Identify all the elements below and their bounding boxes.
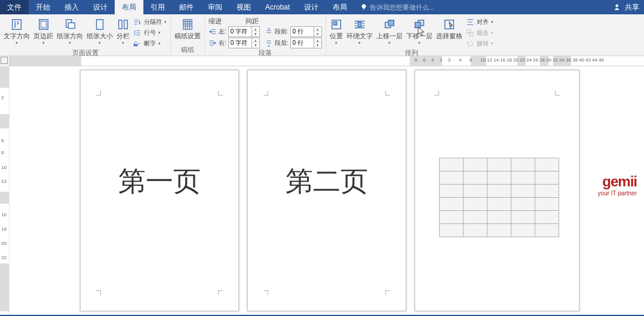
align-icon <box>466 18 474 26</box>
svg-rect-3 <box>41 22 46 28</box>
page-2[interactable]: 第二页 <box>247 70 406 311</box>
spacing-before-spinner[interactable]: ▲▼ <box>290 26 322 37</box>
svg-rect-5 <box>68 23 75 28</box>
page-canvas[interactable]: 第一页 ⋅ 第二页 ⋅ ⋅⋅⋅⋅⋅ ⋅⋅⋅⋅⋅ ⋅⋅⋅⋅⋅ ⋅⋅⋅⋅⋅ ⋅⋅⋅⋅… <box>10 66 644 315</box>
page-3[interactable]: ⋅ ⋅⋅⋅⋅⋅ ⋅⋅⋅⋅⋅ ⋅⋅⋅⋅⋅ ⋅⋅⋅⋅⋅ ⋅⋅⋅⋅⋅ ⋅⋅⋅⋅⋅ ⋅ <box>415 70 579 311</box>
tab-mail[interactable]: 邮件 <box>172 0 201 14</box>
group-button[interactable]: 组合▾ <box>466 27 493 38</box>
rotate-icon <box>466 39 474 48</box>
orientation-icon <box>63 18 76 31</box>
tab-acrobat[interactable]: Acrobat <box>258 0 297 14</box>
draft-settings-button[interactable]: 稿纸设置 <box>174 16 201 39</box>
spacing-after-input[interactable] <box>291 40 314 47</box>
spacing-before-icon <box>265 27 273 36</box>
spin-down[interactable]: ▼ <box>252 32 259 36</box>
tab-strip: 文件 开始 插入 设计 布局 引用 邮件 审阅 视图 Acrobat 设计 布局… <box>0 0 644 14</box>
indent-left-spinner[interactable]: ▲▼ <box>228 26 260 37</box>
spacing-after-spinner[interactable]: ▲▼ <box>290 38 322 48</box>
position-icon <box>330 18 343 31</box>
tell-me-search[interactable]: 告诉我您想要做什么... <box>360 0 434 14</box>
logo-tagline: your IT partner <box>598 190 637 197</box>
tell-me-label: 告诉我您想要做什么... <box>370 3 434 12</box>
page-3-table[interactable]: ⋅⋅⋅⋅⋅ ⋅⋅⋅⋅⋅ ⋅⋅⋅⋅⋅ ⋅⋅⋅⋅⋅ ⋅⋅⋅⋅⋅ ⋅⋅⋅⋅⋅ <box>439 158 559 237</box>
indent-left-icon <box>208 27 217 36</box>
send-backward-button[interactable]: 下移一层▾ <box>406 16 433 45</box>
tab-selector[interactable] <box>1 57 8 64</box>
spacing-after-icon <box>265 39 273 47</box>
indent-right-spinner[interactable]: ▲▼ <box>228 38 260 48</box>
group-page-setup: 文字方向▾ 页边距▾ 纸张方向▾ 纸张大小▾ 分栏▾ 分隔符▾ <box>0 14 171 56</box>
group-icon <box>466 29 474 37</box>
spacing-before-input[interactable] <box>291 29 314 35</box>
line-numbers-button[interactable]: 行号▾ <box>133 27 167 38</box>
share-label: 共享 <box>625 2 639 13</box>
selection-icon <box>443 18 456 31</box>
indent-heading: 缩进 <box>208 17 222 26</box>
group-draft: 稿纸设置 稿纸 <box>171 14 205 56</box>
rotate-button[interactable]: 旋转▾ <box>466 38 493 48</box>
group-arrange: 位置▾ 环绕文字▾ 上移一层▾ 下移一层▾ 选择窗格 对齐▾ <box>326 14 497 56</box>
document-area: 2 6 8 10 12 16 18 20 22 第一页 ⋅ 第二页 <box>0 66 644 315</box>
hyphenation-button[interactable]: bc 断字▾ <box>133 38 167 48</box>
tab-review[interactable]: 审阅 <box>201 0 229 14</box>
svg-rect-13 <box>358 22 361 26</box>
spin-up[interactable]: ▲ <box>252 27 259 32</box>
svg-rect-12 <box>333 22 337 25</box>
share-button[interactable]: 共享 <box>614 0 639 14</box>
svg-rect-20 <box>470 32 473 36</box>
text-direction-button[interactable]: 文字方向▾ <box>4 16 30 45</box>
hyphenation-icon: bc <box>133 39 142 48</box>
svg-rect-8 <box>124 20 128 29</box>
orientation-button[interactable]: 纸张方向▾ <box>57 16 83 45</box>
lightbulb-icon <box>360 4 367 11</box>
svg-rect-18 <box>444 20 453 29</box>
breaks-button[interactable]: 分隔符▾ <box>133 17 167 27</box>
indent-right-input[interactable] <box>229 40 252 47</box>
draft-icon <box>181 18 194 31</box>
svg-rect-19 <box>467 29 470 33</box>
tab-references[interactable]: 引用 <box>143 0 172 14</box>
size-button[interactable]: 纸张大小▾ <box>87 16 113 45</box>
breaks-icon <box>133 18 142 26</box>
svg-point-0 <box>615 4 618 7</box>
size-icon <box>93 18 106 31</box>
vertical-ruler[interactable]: 2 6 8 10 12 16 18 20 22 <box>0 66 10 315</box>
group-label-draft: 稿纸 <box>174 45 201 56</box>
tab-home[interactable]: 开始 <box>29 0 57 14</box>
text-direction-icon <box>10 18 23 31</box>
wrap-text-button[interactable]: 环绕文字▾ <box>346 16 373 45</box>
page-1-content: 第一页 <box>81 163 238 200</box>
svg-text:bc: bc <box>134 42 137 47</box>
horizontal-ruler[interactable]: 8642246101214161820222426283032343638404… <box>0 56 644 66</box>
indent-left-input[interactable] <box>229 29 252 35</box>
page-1[interactable]: 第一页 ⋅ <box>80 70 239 311</box>
tab-table-design[interactable]: 设计 <box>297 0 326 14</box>
tab-insert[interactable]: 插入 <box>57 0 86 14</box>
indent-right-icon <box>208 39 217 47</box>
margins-icon <box>37 18 50 31</box>
tab-file[interactable]: 文件 <box>0 0 29 14</box>
align-button[interactable]: 对齐▾ <box>466 17 493 27</box>
position-button[interactable]: 位置▾ <box>330 16 343 45</box>
logo-brand: gemii <box>598 173 637 190</box>
svg-rect-17 <box>415 22 420 27</box>
selection-pane-button[interactable]: 选择窗格 <box>436 16 462 39</box>
spacing-heading: 间距 <box>246 17 259 26</box>
margins-button[interactable]: 页边距▾ <box>33 16 53 45</box>
svg-rect-7 <box>119 20 122 29</box>
share-icon <box>614 3 622 11</box>
bring-forward-button[interactable]: 上移一层▾ <box>376 16 403 45</box>
tab-layout[interactable]: 布局 <box>115 0 143 14</box>
svg-rect-1 <box>13 20 22 30</box>
tab-view[interactable]: 视图 <box>229 0 258 14</box>
tab-table-layout[interactable]: 布局 <box>326 0 354 14</box>
ribbon: 文字方向▾ 页边距▾ 纸张方向▾ 纸张大小▾ 分栏▾ 分隔符▾ <box>0 14 644 56</box>
backward-icon <box>413 18 426 31</box>
columns-button[interactable]: 分栏▾ <box>116 16 130 45</box>
columns-icon <box>116 18 130 31</box>
watermark-logo: gemii your IT partner <box>598 173 637 197</box>
svg-rect-6 <box>97 20 103 30</box>
page-2-content: 第二页 <box>248 163 406 200</box>
svg-rect-15 <box>388 20 394 26</box>
tab-design[interactable]: 设计 <box>86 0 115 14</box>
